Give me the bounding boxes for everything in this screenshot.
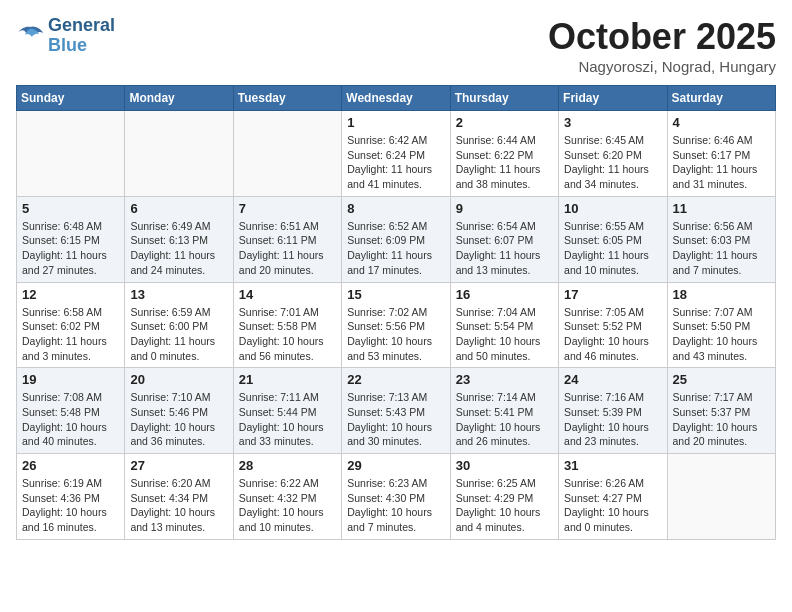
day-info: Sunrise: 7:01 AM Sunset: 5:58 PM Dayligh… [239, 305, 336, 364]
day-info: Sunrise: 6:58 AM Sunset: 6:02 PM Dayligh… [22, 305, 119, 364]
day-info: Sunrise: 6:25 AM Sunset: 4:29 PM Dayligh… [456, 476, 553, 535]
calendar-cell [233, 111, 341, 197]
day-number: 20 [130, 372, 227, 387]
calendar-cell: 19Sunrise: 7:08 AM Sunset: 5:48 PM Dayli… [17, 368, 125, 454]
calendar-cell [667, 454, 775, 540]
day-number: 29 [347, 458, 444, 473]
day-info: Sunrise: 7:08 AM Sunset: 5:48 PM Dayligh… [22, 390, 119, 449]
calendar-cell: 9Sunrise: 6:54 AM Sunset: 6:07 PM Daylig… [450, 196, 558, 282]
weekday-header-row: SundayMondayTuesdayWednesdayThursdayFrid… [17, 86, 776, 111]
day-number: 6 [130, 201, 227, 216]
day-number: 27 [130, 458, 227, 473]
calendar-cell: 15Sunrise: 7:02 AM Sunset: 5:56 PM Dayli… [342, 282, 450, 368]
day-info: Sunrise: 7:11 AM Sunset: 5:44 PM Dayligh… [239, 390, 336, 449]
calendar-cell: 22Sunrise: 7:13 AM Sunset: 5:43 PM Dayli… [342, 368, 450, 454]
day-info: Sunrise: 7:14 AM Sunset: 5:41 PM Dayligh… [456, 390, 553, 449]
day-number: 3 [564, 115, 661, 130]
logo-line2: Blue [48, 36, 115, 56]
calendar-cell: 30Sunrise: 6:25 AM Sunset: 4:29 PM Dayli… [450, 454, 558, 540]
day-info: Sunrise: 7:02 AM Sunset: 5:56 PM Dayligh… [347, 305, 444, 364]
day-number: 2 [456, 115, 553, 130]
day-number: 28 [239, 458, 336, 473]
calendar-cell: 1Sunrise: 6:42 AM Sunset: 6:24 PM Daylig… [342, 111, 450, 197]
calendar-cell: 16Sunrise: 7:04 AM Sunset: 5:54 PM Dayli… [450, 282, 558, 368]
calendar-cell: 10Sunrise: 6:55 AM Sunset: 6:05 PM Dayli… [559, 196, 667, 282]
calendar-cell [17, 111, 125, 197]
day-info: Sunrise: 6:49 AM Sunset: 6:13 PM Dayligh… [130, 219, 227, 278]
day-info: Sunrise: 7:05 AM Sunset: 5:52 PM Dayligh… [564, 305, 661, 364]
day-number: 15 [347, 287, 444, 302]
day-number: 19 [22, 372, 119, 387]
calendar-cell: 27Sunrise: 6:20 AM Sunset: 4:34 PM Dayli… [125, 454, 233, 540]
calendar-week-row: 12Sunrise: 6:58 AM Sunset: 6:02 PM Dayli… [17, 282, 776, 368]
calendar-cell [125, 111, 233, 197]
calendar-cell: 12Sunrise: 6:58 AM Sunset: 6:02 PM Dayli… [17, 282, 125, 368]
calendar-cell: 25Sunrise: 7:17 AM Sunset: 5:37 PM Dayli… [667, 368, 775, 454]
calendar-cell: 5Sunrise: 6:48 AM Sunset: 6:15 PM Daylig… [17, 196, 125, 282]
calendar-cell: 23Sunrise: 7:14 AM Sunset: 5:41 PM Dayli… [450, 368, 558, 454]
day-number: 16 [456, 287, 553, 302]
day-info: Sunrise: 7:04 AM Sunset: 5:54 PM Dayligh… [456, 305, 553, 364]
calendar-week-row: 26Sunrise: 6:19 AM Sunset: 4:36 PM Dayli… [17, 454, 776, 540]
day-info: Sunrise: 6:26 AM Sunset: 4:27 PM Dayligh… [564, 476, 661, 535]
calendar-cell: 31Sunrise: 6:26 AM Sunset: 4:27 PM Dayli… [559, 454, 667, 540]
day-number: 4 [673, 115, 770, 130]
day-number: 14 [239, 287, 336, 302]
calendar-cell: 2Sunrise: 6:44 AM Sunset: 6:22 PM Daylig… [450, 111, 558, 197]
day-info: Sunrise: 6:51 AM Sunset: 6:11 PM Dayligh… [239, 219, 336, 278]
day-info: Sunrise: 7:13 AM Sunset: 5:43 PM Dayligh… [347, 390, 444, 449]
day-number: 17 [564, 287, 661, 302]
day-number: 22 [347, 372, 444, 387]
day-info: Sunrise: 6:48 AM Sunset: 6:15 PM Dayligh… [22, 219, 119, 278]
day-number: 18 [673, 287, 770, 302]
logo-bird-icon [16, 25, 44, 47]
day-number: 21 [239, 372, 336, 387]
day-number: 1 [347, 115, 444, 130]
day-number: 8 [347, 201, 444, 216]
weekday-header-tuesday: Tuesday [233, 86, 341, 111]
calendar-cell: 26Sunrise: 6:19 AM Sunset: 4:36 PM Dayli… [17, 454, 125, 540]
calendar-cell: 14Sunrise: 7:01 AM Sunset: 5:58 PM Dayli… [233, 282, 341, 368]
day-info: Sunrise: 6:20 AM Sunset: 4:34 PM Dayligh… [130, 476, 227, 535]
location: Nagyoroszi, Nograd, Hungary [548, 58, 776, 75]
calendar-cell: 21Sunrise: 7:11 AM Sunset: 5:44 PM Dayli… [233, 368, 341, 454]
day-number: 9 [456, 201, 553, 216]
page-header: General Blue October 2025 Nagyoroszi, No… [16, 16, 776, 75]
day-info: Sunrise: 7:17 AM Sunset: 5:37 PM Dayligh… [673, 390, 770, 449]
logo-text: General Blue [48, 16, 115, 56]
day-number: 30 [456, 458, 553, 473]
day-info: Sunrise: 6:44 AM Sunset: 6:22 PM Dayligh… [456, 133, 553, 192]
day-info: Sunrise: 7:10 AM Sunset: 5:46 PM Dayligh… [130, 390, 227, 449]
day-number: 24 [564, 372, 661, 387]
weekday-header-saturday: Saturday [667, 86, 775, 111]
day-number: 10 [564, 201, 661, 216]
day-info: Sunrise: 6:55 AM Sunset: 6:05 PM Dayligh… [564, 219, 661, 278]
day-info: Sunrise: 6:54 AM Sunset: 6:07 PM Dayligh… [456, 219, 553, 278]
calendar-cell: 17Sunrise: 7:05 AM Sunset: 5:52 PM Dayli… [559, 282, 667, 368]
weekday-header-thursday: Thursday [450, 86, 558, 111]
calendar-cell: 6Sunrise: 6:49 AM Sunset: 6:13 PM Daylig… [125, 196, 233, 282]
day-info: Sunrise: 6:23 AM Sunset: 4:30 PM Dayligh… [347, 476, 444, 535]
day-info: Sunrise: 6:59 AM Sunset: 6:00 PM Dayligh… [130, 305, 227, 364]
weekday-header-sunday: Sunday [17, 86, 125, 111]
calendar-cell: 18Sunrise: 7:07 AM Sunset: 5:50 PM Dayli… [667, 282, 775, 368]
month-title: October 2025 [548, 16, 776, 58]
calendar-cell: 3Sunrise: 6:45 AM Sunset: 6:20 PM Daylig… [559, 111, 667, 197]
calendar-cell: 8Sunrise: 6:52 AM Sunset: 6:09 PM Daylig… [342, 196, 450, 282]
day-number: 11 [673, 201, 770, 216]
day-number: 23 [456, 372, 553, 387]
calendar-cell: 28Sunrise: 6:22 AM Sunset: 4:32 PM Dayli… [233, 454, 341, 540]
day-number: 31 [564, 458, 661, 473]
calendar-week-row: 5Sunrise: 6:48 AM Sunset: 6:15 PM Daylig… [17, 196, 776, 282]
day-info: Sunrise: 7:16 AM Sunset: 5:39 PM Dayligh… [564, 390, 661, 449]
title-block: October 2025 Nagyoroszi, Nograd, Hungary [548, 16, 776, 75]
day-number: 5 [22, 201, 119, 216]
day-info: Sunrise: 6:56 AM Sunset: 6:03 PM Dayligh… [673, 219, 770, 278]
weekday-header-wednesday: Wednesday [342, 86, 450, 111]
day-info: Sunrise: 6:46 AM Sunset: 6:17 PM Dayligh… [673, 133, 770, 192]
day-number: 12 [22, 287, 119, 302]
calendar-week-row: 1Sunrise: 6:42 AM Sunset: 6:24 PM Daylig… [17, 111, 776, 197]
calendar-cell: 11Sunrise: 6:56 AM Sunset: 6:03 PM Dayli… [667, 196, 775, 282]
day-info: Sunrise: 7:07 AM Sunset: 5:50 PM Dayligh… [673, 305, 770, 364]
calendar-week-row: 19Sunrise: 7:08 AM Sunset: 5:48 PM Dayli… [17, 368, 776, 454]
